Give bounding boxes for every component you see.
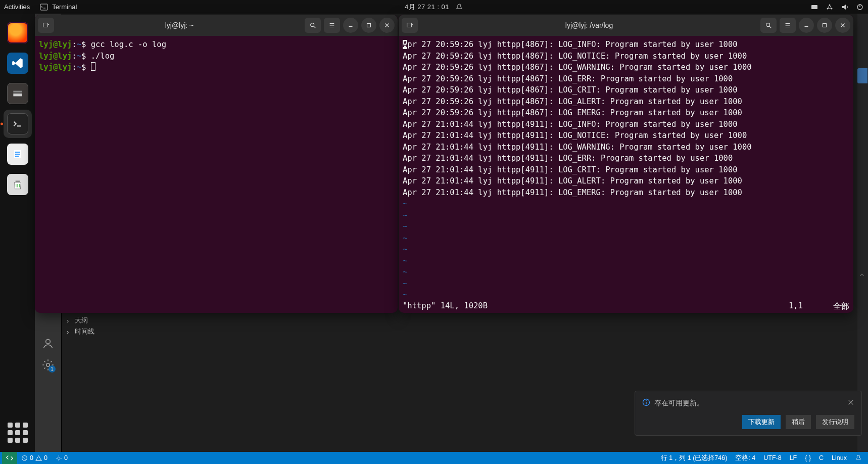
- indentation[interactable]: 空格: 4: [731, 454, 759, 462]
- svg-rect-7: [13, 91, 22, 92]
- dock-item-trash[interactable]: [4, 170, 32, 199]
- svg-rect-8: [13, 94, 22, 96]
- toast-message: 存在可用更新。: [654, 399, 704, 408]
- timeline-section[interactable]: ›时间线: [67, 326, 868, 337]
- terminal-title: lyj@lyj: ~: [57, 21, 302, 29]
- svg-rect-13: [15, 180, 20, 182]
- problems-indicator[interactable]: 0 0: [17, 454, 52, 461]
- notification-bell-icon[interactable]: [455, 3, 463, 11]
- encoding[interactable]: UTF-8: [759, 454, 785, 462]
- svg-rect-0: [40, 4, 47, 10]
- os-indicator[interactable]: Linux: [828, 454, 851, 462]
- svg-point-14: [46, 339, 51, 344]
- svg-rect-1: [811, 5, 817, 9]
- info-icon: [642, 398, 650, 408]
- dock-item-files[interactable]: [4, 79, 32, 108]
- toast-release-notes-button[interactable]: 发行说明: [816, 415, 854, 429]
- vim-scroll-pos: 全部: [833, 301, 849, 312]
- app-menu-label: Terminal: [52, 3, 77, 11]
- vscode-status-bar: 0 0 0 行 1，列 1 (已选择746) 空格: 4 UTF-8 LF { …: [0, 452, 868, 464]
- toast-close-icon[interactable]: [847, 399, 854, 407]
- vim-cursor-pos: 1,1: [789, 301, 803, 312]
- search-button[interactable]: [760, 18, 777, 33]
- terminal-app-icon: [40, 3, 48, 11]
- vscode-account-icon[interactable]: [41, 337, 55, 350]
- dock-item-firefox[interactable]: [4, 19, 32, 47]
- terminal-body[interactable]: Apr 27 20:59:26 lyj httpp[4867]: LOG_INF…: [399, 36, 853, 313]
- notifications-icon[interactable]: [851, 454, 866, 462]
- power-icon[interactable]: [856, 3, 864, 11]
- toast-later-button[interactable]: 稍后: [786, 415, 811, 429]
- maximize-button[interactable]: [361, 18, 376, 33]
- new-tab-button[interactable]: [38, 18, 54, 33]
- dock-item-terminal[interactable]: [4, 110, 32, 138]
- ports-indicator[interactable]: 0: [52, 454, 72, 461]
- remote-indicator[interactable]: [2, 452, 17, 464]
- vscode-settings-icon[interactable]: 1: [41, 358, 55, 372]
- cursor-position[interactable]: 行 1，列 1 (已选择746): [657, 454, 732, 462]
- terminal-title: lyj@lyj: /var/log: [421, 21, 757, 29]
- maximize-button[interactable]: [817, 18, 832, 33]
- search-button[interactable]: [305, 18, 321, 33]
- close-button[interactable]: [835, 18, 850, 33]
- svg-rect-26: [407, 23, 412, 27]
- svg-rect-33: [823, 24, 827, 27]
- svg-point-43: [58, 457, 60, 459]
- svg-point-37: [646, 400, 647, 401]
- volume-icon[interactable]: [841, 3, 849, 11]
- language-mode[interactable]: C: [815, 454, 828, 462]
- svg-rect-38: [646, 402, 646, 404]
- language-mode-braces[interactable]: { }: [801, 454, 815, 462]
- network-icon[interactable]: [826, 3, 834, 11]
- vscode-right-edge: [857, 14, 868, 452]
- dock-item-vscode[interactable]: [4, 49, 32, 77]
- svg-point-17: [311, 23, 314, 27]
- vim-status-line: "httpp" 14L, 1020B 1,1 全部: [403, 301, 849, 312]
- minimize-button[interactable]: [799, 18, 814, 33]
- activities-button[interactable]: Activities: [4, 3, 30, 11]
- toast-download-button[interactable]: 下载更新: [742, 415, 781, 429]
- terminal-window-left: lyj@lyj: ~ lyj@lyj:~$ gcc log.c -o log l…: [35, 15, 398, 313]
- svg-line-42: [23, 456, 26, 460]
- update-toast: 存在可用更新。 下载更新 稍后 发行说明: [635, 391, 862, 436]
- svg-rect-16: [43, 23, 48, 27]
- menu-button[interactable]: [324, 18, 340, 33]
- menu-button[interactable]: [780, 18, 796, 33]
- terminal-window-right: lyj@lyj: /var/log Apr 27 20:59:26 lyj ht…: [399, 15, 853, 313]
- outline-section[interactable]: ›大纲: [67, 315, 868, 326]
- input-method-icon[interactable]: [810, 3, 818, 11]
- dock-apps-button[interactable]: [6, 421, 30, 445]
- clock[interactable]: 4月 27 21 : 01: [405, 3, 449, 12]
- svg-rect-23: [367, 24, 371, 27]
- svg-point-27: [766, 23, 770, 27]
- eol[interactable]: LF: [786, 454, 801, 462]
- vim-file-info: "httpp" 14L, 1020B: [403, 301, 488, 312]
- minimize-button[interactable]: [343, 18, 358, 33]
- app-menu[interactable]: Terminal: [40, 3, 77, 11]
- dock: [0, 14, 35, 452]
- workspace: 1 ›大纲 ›时间线 lyj@lyj: ~ lyj@lyj:~$ gcc l: [35, 14, 868, 452]
- gutter-collapse-icon[interactable]: [858, 271, 865, 281]
- minimap-viewport[interactable]: [857, 68, 867, 83]
- close-button[interactable]: [379, 18, 395, 33]
- dock-item-text-editor[interactable]: [4, 140, 32, 168]
- top-bar: Activities Terminal 4月 27 21 : 01: [0, 0, 868, 14]
- terminal-body[interactable]: lyj@lyj:~$ gcc log.c -o log lyj@lyj:~$ .…: [35, 36, 398, 313]
- new-tab-button[interactable]: [402, 18, 418, 33]
- settings-badge: 1: [49, 365, 56, 373]
- svg-line-28: [769, 26, 771, 28]
- svg-line-18: [314, 26, 316, 28]
- terminal-header: lyj@lyj: ~: [35, 15, 398, 36]
- terminal-header: lyj@lyj: /var/log: [399, 15, 853, 36]
